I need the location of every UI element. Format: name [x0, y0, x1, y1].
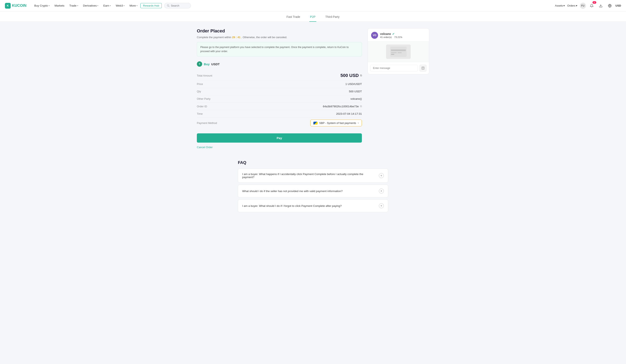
order-id-value: 64a3b97902fcc100014be73e ⧉	[323, 105, 362, 108]
assets-button[interactable]: Assets ▾	[555, 4, 565, 7]
order-id-row: Order ID 64a3b97902fcc100014be73e ⧉	[197, 103, 362, 110]
payment-btn[interactable]: SBP - System of fast payments ▾	[310, 120, 362, 126]
logo[interactable]: K KUCOIN	[5, 3, 27, 9]
copy-id-icon[interactable]: ⧉	[360, 105, 362, 108]
nav-more[interactable]: More ▾	[127, 3, 140, 8]
total-amount-value: 500 USD ⧉	[341, 73, 362, 78]
order-panel: Order Placed Complete the payment within…	[197, 28, 362, 149]
faq-toggle-1[interactable]: +	[379, 173, 384, 178]
pay-button[interactable]: Pay	[197, 133, 362, 143]
seller-header: VO volcano ✔ 41 order(s) 73.21%	[368, 29, 429, 41]
info-box: Please go to the payment platform you ha…	[197, 42, 362, 56]
payment-method-row: Payment Method SBP - System of fast paym…	[197, 118, 362, 128]
notification-bell-icon[interactable]: 15	[588, 2, 595, 9]
nav-markets[interactable]: Markets	[53, 3, 67, 8]
time-value: 2023-07-04 14:17:31	[336, 112, 362, 115]
user-avatar[interactable]: FU	[580, 3, 586, 9]
seller-image-area	[368, 41, 429, 62]
price-label: Price	[197, 82, 203, 86]
total-amount-row: Total Amount 500 USD ⧉	[197, 71, 362, 80]
search-input[interactable]	[171, 4, 187, 7]
seller-stats: 41 order(s) 73.21%	[380, 36, 426, 38]
rewards-hub-button[interactable]: Rewards Hub	[140, 3, 162, 8]
currency-selector[interactable]: USD	[616, 4, 621, 7]
verified-icon: ✔	[392, 32, 395, 36]
chevron-down-icon: ▾	[136, 4, 138, 7]
time-label: Time	[197, 112, 202, 115]
nav-trade[interactable]: Trade ▾	[67, 3, 80, 8]
svg-rect-7	[391, 52, 397, 53]
order-title: Order Placed	[197, 28, 362, 34]
chevron-down-icon: ▾	[358, 122, 359, 124]
sbp-icon	[313, 122, 317, 125]
faq-toggle-3[interactable]: +	[379, 203, 384, 208]
search-box[interactable]	[164, 3, 191, 8]
seller-avatar: VO	[371, 32, 378, 39]
other-party-label: Other Party	[197, 97, 210, 100]
faq-question-1: I am a buyer. What happens if I accident…	[242, 173, 379, 179]
svg-line-1	[169, 6, 169, 7]
nav-links: Buy Crypto ▾ Markets Trade ▾ Derivatives…	[32, 3, 555, 8]
faq-title: FAQ	[238, 160, 388, 165]
qty-row: Qty 500 USDT	[197, 88, 362, 95]
seller-name-row: volcano ✔	[380, 32, 426, 36]
faq-section: FAQ I am a buyer. What happens if I acci…	[233, 160, 393, 212]
faq-question-2: What should I do if the seller has not p…	[242, 190, 379, 193]
payment-method-label: Payment Method	[197, 121, 217, 125]
nav-derivatives[interactable]: Derivatives ▾	[81, 3, 101, 8]
faq-item-3[interactable]: I am a buyer. What should I do if I forg…	[238, 199, 388, 212]
svg-rect-5	[390, 47, 407, 57]
payment-method-value: SBP - System of fast payments	[319, 121, 356, 125]
countdown-suffix: . Otherwise, the order will be canceled.	[241, 36, 287, 39]
download-icon[interactable]	[597, 2, 604, 9]
order-details: Total Amount 500 USD ⧉ Price 1 USD/USDT …	[197, 71, 362, 128]
seller-panel: VO volcano ✔ 41 order(s) 73.21%	[368, 28, 429, 74]
tab-p2p[interactable]: P2P	[309, 11, 316, 22]
faq-toggle-2[interactable]: +	[379, 188, 384, 193]
countdown-row: Complete the payment within 29 : 41 . Ot…	[197, 36, 362, 39]
nav-earn[interactable]: Earn ▾	[101, 3, 113, 8]
chat-send-button[interactable]	[420, 65, 427, 72]
seller-name: volcano	[380, 32, 391, 36]
order-id-label: Order ID	[197, 105, 207, 108]
chat-input[interactable]	[370, 65, 418, 72]
navbar: K KUCOIN Buy Crypto ▾ Markets Trade ▾ De…	[0, 0, 626, 11]
orders-button[interactable]: Orders ▾	[567, 4, 577, 7]
faq-item-2[interactable]: What should I do if the seller has not p…	[238, 185, 388, 197]
chevron-down-icon: ▾	[576, 4, 577, 7]
countdown-prefix: Complete the payment within	[197, 36, 231, 39]
chevron-down-icon: ▾	[49, 4, 50, 7]
seller-card: VO volcano ✔ 41 order(s) 73.21%	[368, 28, 429, 74]
tab-third-party[interactable]: Third-Party	[324, 11, 340, 22]
search-icon	[167, 4, 169, 7]
seller-payment-image	[386, 44, 411, 59]
countdown-timer: 29 : 41	[232, 36, 240, 39]
qty-label: Qty	[197, 90, 201, 93]
svg-rect-9	[391, 54, 394, 55]
nav-buy-crypto[interactable]: Buy Crypto ▾	[32, 3, 52, 8]
faq-question-3: I am a buyer. What should I do if I forg…	[242, 204, 379, 207]
faq-item-1[interactable]: I am a buyer. What happens if I accident…	[238, 169, 388, 182]
token-label: USDT	[211, 62, 220, 66]
qty-value: 500 USDT	[349, 90, 362, 93]
svg-rect-6	[391, 49, 406, 51]
copy-icon[interactable]: ⧉	[360, 74, 362, 77]
time-row: Time 2023-07-04 14:17:31	[197, 110, 362, 118]
payment-method-selector[interactable]: SBP - System of fast payments ▾	[310, 120, 362, 126]
cancel-order-link[interactable]: Cancel Order	[197, 146, 213, 149]
main-content: Order Placed Complete the payment within…	[192, 22, 434, 155]
chevron-down-icon: ▾	[77, 4, 78, 7]
globe-icon[interactable]	[607, 2, 613, 9]
logo-icon: K	[5, 3, 11, 9]
nav-web3[interactable]: Web3 ▾	[114, 3, 127, 8]
seller-info: volcano ✔ 41 order(s) 73.21%	[380, 32, 426, 38]
notification-count: 15	[592, 1, 596, 4]
other-party-row: Other Party volcano()	[197, 95, 362, 103]
tab-fast-trade[interactable]: Fast Trade	[286, 11, 301, 22]
buy-label: Buy	[204, 62, 210, 66]
total-amount-label: Total Amount	[197, 74, 212, 77]
chevron-down-icon: ▾	[563, 4, 565, 7]
svg-rect-8	[397, 52, 402, 53]
price-value: 1 USD/USDT	[346, 82, 362, 86]
buy-usdt-header: T Buy USDT	[197, 61, 362, 67]
